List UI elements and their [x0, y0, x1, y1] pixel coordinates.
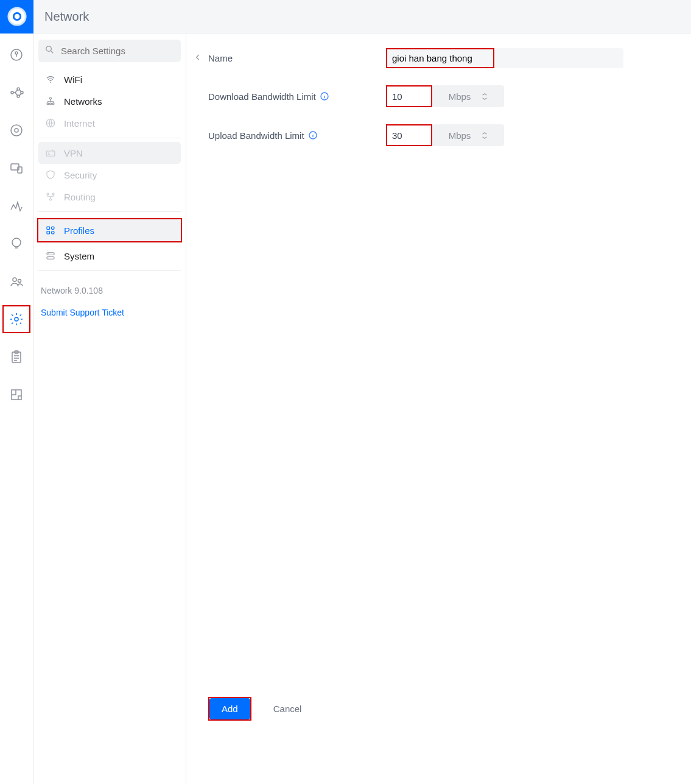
upload-input[interactable] [387, 130, 431, 141]
nav-devices-icon[interactable] [9, 160, 24, 176]
svg-rect-35 [47, 253, 54, 255]
version-text: Network 9.0.108 [41, 286, 178, 295]
nav-dashboard-icon[interactable] [9, 47, 24, 63]
profiles-icon [44, 225, 57, 236]
sidebar-item-label: Profiles [64, 225, 94, 236]
svg-point-21 [50, 82, 51, 83]
download-label: Download Bandwidth Limit [208, 91, 316, 102]
name-row: Name [208, 48, 679, 68]
networks-icon [44, 96, 57, 107]
sidebar-item-routing[interactable]: Routing [38, 186, 181, 208]
svg-point-23 [50, 103, 52, 105]
stepper-icon[interactable] [482, 132, 488, 139]
add-highlight: Add [208, 697, 251, 721]
shield-icon [44, 169, 57, 180]
sidebar-item-security[interactable]: Security [38, 164, 181, 186]
sidebar-item-label: Internet [64, 118, 95, 129]
content-panel: Name Download Bandwidth Limit [186, 34, 691, 784]
svg-point-4 [15, 52, 18, 54]
svg-rect-33 [47, 231, 50, 235]
back-button[interactable] [191, 51, 205, 64]
divider [38, 211, 181, 212]
svg-point-5 [11, 91, 13, 94]
download-unit-selector[interactable]: Mbps [432, 85, 504, 107]
svg-point-37 [48, 253, 49, 254]
svg-point-13 [12, 238, 21, 247]
divider [38, 138, 181, 138]
divider [38, 270, 181, 271]
download-row: Download Bandwidth Limit Mbps [208, 85, 679, 107]
svg-point-34 [52, 231, 55, 235]
sidebar-item-vpn[interactable]: VPN [38, 142, 181, 164]
nav-settings-icon[interactable] [9, 311, 24, 327]
svg-point-22 [47, 103, 49, 105]
system-icon [44, 250, 57, 261]
upload-row: Upload Bandwidth Limit Mbps [208, 124, 679, 146]
svg-point-38 [48, 258, 49, 258]
svg-point-32 [52, 227, 55, 230]
svg-point-25 [50, 97, 52, 99]
sidebar-item-networks[interactable]: Networks [38, 90, 181, 112]
download-input[interactable] [387, 91, 431, 102]
unit-label: Mbps [449, 91, 471, 102]
sidebar-item-label: Networks [64, 96, 102, 107]
svg-point-28 [47, 193, 49, 195]
svg-point-29 [52, 193, 54, 195]
svg-point-30 [50, 199, 52, 200]
support-ticket-link[interactable]: Submit Support Ticket [41, 308, 178, 317]
nav-settings-highlight [2, 305, 30, 333]
svg-point-9 [11, 125, 22, 136]
topbar: Network [0, 0, 691, 34]
add-button[interactable]: Add [209, 698, 250, 719]
svg-point-10 [15, 129, 18, 132]
sidebar-item-wifi[interactable]: WiFi [38, 68, 181, 90]
vpn-icon [44, 147, 57, 158]
svg-rect-36 [47, 257, 54, 260]
upload-value-highlight [386, 124, 432, 146]
name-input[interactable] [387, 49, 493, 67]
wifi-icon [44, 74, 57, 85]
svg-rect-27 [46, 151, 55, 156]
nav-clipboard-icon[interactable] [9, 349, 24, 365]
globe-icon [44, 118, 57, 129]
upload-label: Upload Bandwidth Limit [208, 130, 304, 141]
svg-point-14 [13, 278, 16, 281]
search-input[interactable] [61, 46, 175, 56]
nav-target-icon[interactable] [9, 122, 24, 138]
cancel-button[interactable]: Cancel [273, 704, 302, 714]
svg-point-24 [52, 103, 54, 105]
footer-actions: Add Cancel [208, 697, 301, 721]
stepper-icon[interactable] [482, 93, 488, 101]
sidebar-item-label: System [64, 251, 94, 261]
iconbar [0, 34, 33, 784]
search-icon [44, 44, 55, 57]
svg-point-20 [46, 46, 52, 52]
sidebar-item-profiles[interactable]: Profiles [38, 219, 181, 241]
search-row[interactable] [38, 40, 181, 62]
upload-unit-selector[interactable]: Mbps [432, 124, 504, 146]
nav-floorplan-icon[interactable] [9, 387, 24, 403]
name-label: Name [208, 53, 233, 63]
routing-icon [44, 191, 57, 202]
nav-bulb-icon[interactable] [9, 236, 24, 252]
svg-point-15 [18, 280, 21, 283]
info-icon[interactable] [308, 130, 318, 140]
nav-graph-icon[interactable] [9, 198, 24, 214]
sidebar-item-label: Routing [64, 192, 96, 202]
unit-label: Mbps [449, 130, 471, 141]
name-highlight [386, 48, 494, 68]
sidebar-item-internet[interactable]: Internet [38, 112, 181, 134]
sidebar-item-system[interactable]: System [38, 245, 181, 267]
info-icon[interactable] [320, 91, 329, 101]
svg-point-16 [15, 317, 18, 321]
app-logo[interactable] [0, 0, 33, 34]
download-value-highlight [386, 85, 432, 107]
nav-users-icon[interactable] [9, 274, 24, 289]
settings-sidebar: WiFi Networks Internet VPN Security Rout… [33, 34, 186, 784]
name-input-wrap [386, 48, 623, 68]
sidebar-item-label: Security [64, 170, 97, 180]
profiles-highlight: Profiles [37, 218, 182, 242]
nav-topology-icon[interactable] [9, 85, 24, 101]
sidebar-item-label: WiFi [64, 74, 82, 85]
page-title: Network [44, 10, 89, 24]
